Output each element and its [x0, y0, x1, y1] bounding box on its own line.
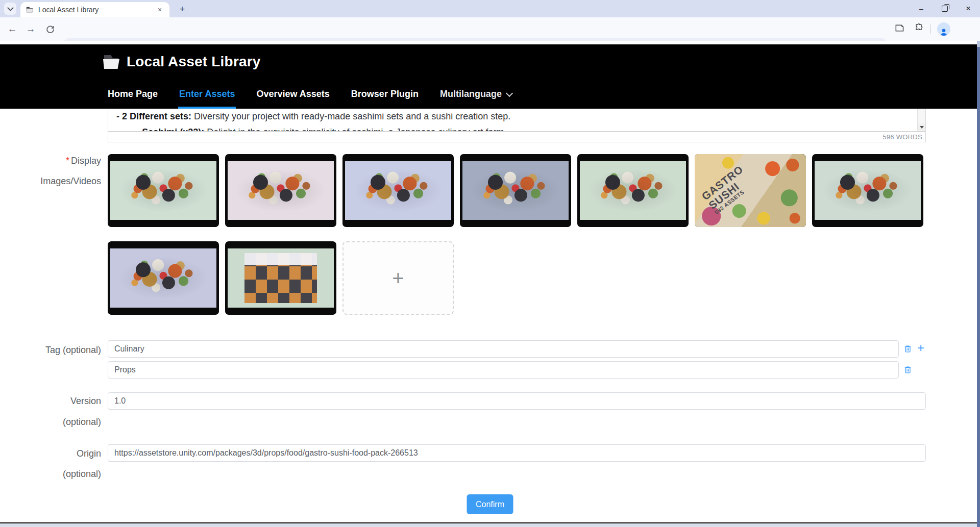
- extensions-button[interactable]: [914, 23, 924, 35]
- thumbnail-art: [345, 161, 451, 220]
- close-window-button[interactable]: ×: [957, 0, 980, 17]
- thumbnail-art: [110, 161, 216, 220]
- forward-button[interactable]: →: [24, 23, 37, 35]
- nav-overview-assets[interactable]: Overview Assets: [255, 89, 330, 109]
- triangle-down-icon: [920, 126, 924, 129]
- delete-tag-button-1[interactable]: [902, 365, 913, 375]
- editor-text: Diversity your project with ready-made s…: [191, 111, 510, 121]
- word-count-bar: 596 WORDS: [108, 132, 926, 142]
- chevron-down-icon: [7, 5, 14, 11]
- required-asterisk: *: [66, 156, 69, 166]
- browser-menu-button[interactable]: [962, 23, 972, 33]
- nav-multilanguage[interactable]: Multilanguage: [439, 89, 513, 109]
- thumbnail-art: [815, 161, 921, 220]
- tag-label: Tag (optional): [20, 345, 101, 356]
- thumbnail-art: [228, 161, 334, 220]
- main-nav: Home Page Enter Assets Overview Assets B…: [107, 89, 532, 109]
- asset-thumbnail-sashimi-platters[interactable]: [108, 154, 219, 227]
- thumbnail-row-2: +: [108, 241, 454, 315]
- browser-toolbar: ← → i localhost:5017/index.html#/edit ☆: [0, 17, 980, 41]
- side-panel-icon: [894, 23, 904, 33]
- plus-icon: +: [917, 342, 924, 354]
- thumbnail-art: GASTRO SUSHI 592 ASSETS: [695, 154, 806, 227]
- add-image-upload-box[interactable]: +: [342, 241, 454, 315]
- thumbnail-art: [228, 248, 334, 308]
- thumbnail-art: [462, 161, 569, 220]
- editor-bold-text: - 2 Different sets:: [116, 111, 191, 121]
- chevron-down-icon: [506, 89, 513, 96]
- display-label-line1: *Display: [20, 156, 101, 166]
- promo-text: GASTRO SUSHI 592 ASSETS: [700, 163, 756, 216]
- maximize-restore-button[interactable]: [933, 0, 957, 17]
- version-label: Version: [20, 396, 101, 407]
- version-optional-label: (optional): [20, 417, 101, 428]
- profile-avatar: [937, 22, 950, 36]
- page-title: Local Asset Library: [127, 54, 261, 70]
- asset-thumbnail-cutting-boards[interactable]: [812, 154, 923, 227]
- bullet-icon: •: [134, 127, 137, 132]
- folder-logo-icon: [102, 54, 120, 70]
- editor-scrollbar[interactable]: [917, 109, 925, 131]
- back-button[interactable]: ←: [6, 23, 18, 35]
- site-header: Local Asset Library Home Page Enter Asse…: [0, 44, 980, 109]
- reload-icon: [46, 25, 55, 34]
- origin-input[interactable]: [108, 444, 926, 462]
- asset-thumbnail-gastro-sushi-promo[interactable]: GASTRO SUSHI 592 ASSETS: [695, 154, 806, 227]
- thumbnail-art: [110, 248, 216, 308]
- nav-multilanguage-label: Multilanguage: [440, 89, 502, 99]
- asset-thumbnail-sushi-spiral[interactable]: [342, 154, 454, 227]
- asset-thumbnail-sushi-radial[interactable]: [577, 154, 689, 227]
- add-tag-button[interactable]: +: [916, 343, 926, 353]
- reload-button[interactable]: [44, 23, 56, 35]
- tag-input-1[interactable]: [108, 361, 899, 379]
- tag-input-0[interactable]: [108, 340, 899, 358]
- editor-bold-text: Sashimi (x22):: [142, 127, 204, 132]
- asset-thumbnail-plates-grid[interactable]: [225, 241, 336, 315]
- editor-text: Delight in the exquisite simplicity of s…: [204, 127, 504, 132]
- person-icon: [939, 28, 948, 36]
- thumbnail-art: [580, 161, 686, 220]
- nav-enter-assets[interactable]: Enter Assets: [178, 89, 236, 109]
- plus-icon: +: [392, 268, 404, 288]
- screen: Local Asset Library × + – × ← → i localh…: [0, 0, 980, 527]
- brand: Local Asset Library: [102, 54, 261, 70]
- new-tab-button[interactable]: +: [176, 3, 189, 16]
- rich-text-editor[interactable]: - 2 Different sets: Diversity your proje…: [108, 109, 926, 132]
- scroll-down-button[interactable]: [918, 123, 925, 131]
- display-label-line2: Images/Videos: [20, 176, 101, 187]
- trash-icon: [903, 365, 912, 374]
- asset-thumbnail-fish-swirl[interactable]: [225, 154, 336, 227]
- minimize-button[interactable]: –: [910, 0, 933, 17]
- delete-tag-button-0[interactable]: [902, 344, 913, 354]
- origin-label: Origin: [20, 448, 101, 459]
- editor-line: - 2 Different sets: Diversity your proje…: [116, 111, 910, 122]
- asset-thumbnail-wooden-utensils[interactable]: [108, 241, 219, 315]
- nav-browser-plugin[interactable]: Browser Plugin: [350, 89, 420, 109]
- tab-close-icon[interactable]: ×: [155, 5, 164, 14]
- confirm-button[interactable]: Confirm: [467, 494, 513, 514]
- window-controls: – ×: [910, 0, 980, 17]
- thumbnail-row-1: GASTRO SUSHI 592 ASSETS: [108, 154, 923, 227]
- extensions-puzzle-icon: [914, 23, 924, 33]
- tab-favicon-folder-icon: [26, 6, 34, 13]
- toolbar-separator: [930, 24, 930, 34]
- profile-button[interactable]: [937, 22, 950, 36]
- tab-search-button[interactable]: [4, 3, 16, 15]
- nav-home-page[interactable]: Home Page: [107, 89, 159, 109]
- asset-thumbnail-sushi-trays[interactable]: [460, 154, 571, 227]
- page-top-gap: [0, 41, 980, 44]
- version-input[interactable]: [108, 392, 926, 410]
- browser-tabstrip: Local Asset Library × + – ×: [0, 0, 980, 17]
- word-count: 596 WORDS: [883, 133, 922, 141]
- restore-icon: [942, 6, 948, 12]
- side-panel-button[interactable]: [894, 23, 904, 35]
- tab-title: Local Asset Library: [38, 6, 155, 14]
- footer-strip: [0, 523, 980, 527]
- origin-optional-label: (optional): [20, 469, 101, 480]
- editor-line: •Sashimi (x22): Delight in the exquisite…: [116, 127, 910, 132]
- page-scrollbar[interactable]: [977, 41, 980, 527]
- trash-icon: [903, 344, 912, 354]
- display-label-text: Display: [71, 156, 101, 166]
- browser-tab[interactable]: Local Asset Library ×: [20, 2, 169, 17]
